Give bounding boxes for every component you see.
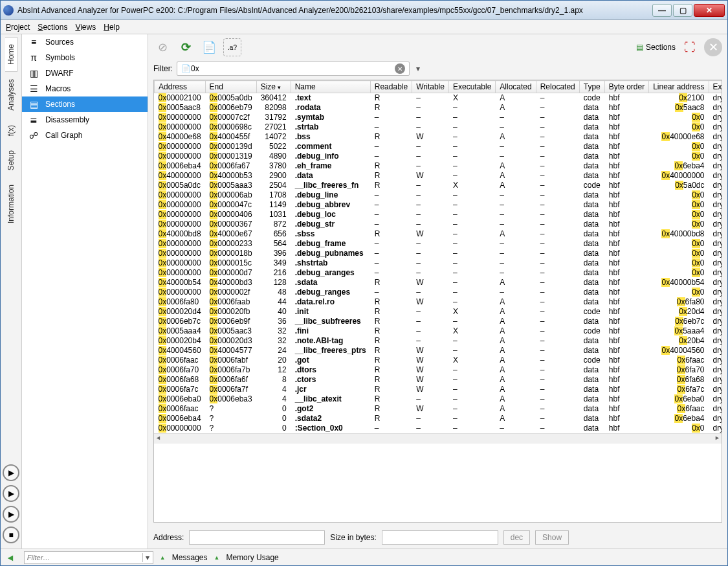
back-icon[interactable]: ◄ — [6, 552, 15, 563]
col-name[interactable]: Name — [291, 81, 370, 93]
stop-button[interactable]: ■ — [3, 526, 19, 543]
add-doc-icon[interactable]: 📄 — [200, 38, 218, 56]
filter-input[interactable] — [191, 64, 392, 73]
col-linear-address[interactable]: Linear address — [649, 81, 709, 93]
table-row[interactable]: 0x0006eba40x0006fa673780.eh_frameR––A–da… — [155, 161, 723, 171]
refresh-icon[interactable]: ⟳ — [177, 38, 195, 56]
col-end[interactable]: End — [205, 81, 256, 93]
size-input[interactable] — [382, 530, 498, 545]
sections-button[interactable]: ▤ Sections — [636, 43, 676, 52]
address-input[interactable] — [189, 530, 325, 545]
tab-information[interactable]: Information — [5, 177, 17, 231]
sidebar-item-dwarf[interactable]: ▥DWARF — [22, 65, 148, 81]
table-row[interactable]: 0x400000000x40000b532900.dataRW–A–datahb… — [155, 171, 723, 181]
h-scrollbar[interactable] — [154, 433, 722, 444]
cell: – — [448, 375, 495, 385]
cell: – — [536, 142, 579, 152]
table-row[interactable]: 0x000000000x000013194890.debug_info–––––… — [155, 152, 723, 161]
play-button-3[interactable]: ▶ — [3, 506, 19, 523]
col-writable[interactable]: Writable — [412, 81, 449, 93]
sections-table-wrap[interactable]: AddressEndSizeNameReadableWritableExecut… — [153, 80, 722, 523]
sidebar-item-sections[interactable]: ▤Sections — [22, 96, 148, 112]
table-row[interactable]: 0x0006fa800x0006faab44.data.rel.roRW–A–d… — [155, 297, 723, 307]
table-row[interactable]: 0x0006faac?0.got2RW–A–datahbf0x6faacdry2… — [155, 404, 723, 414]
table-row[interactable]: 0x000020d40x000020fb40.initR–XA–codehbf0… — [155, 307, 723, 317]
table-row[interactable]: 0x40000bd80x40000e67656.sbssRW–A–datahbf… — [155, 229, 723, 239]
close-button[interactable]: ✕ — [694, 4, 725, 17]
clear-filter-icon[interactable]: ✕ — [395, 63, 405, 74]
dec-button[interactable]: dec — [503, 530, 530, 545]
table-row[interactable]: 0x0005aac80x0006eb7982098.rodataR––A–dat… — [155, 103, 723, 113]
tab-analyses[interactable]: Analyses — [5, 72, 17, 118]
sidebar-item-disassembly[interactable]: ≣Disassembly — [22, 112, 148, 128]
col-executable[interactable]: Executable — [709, 81, 722, 93]
cell: A — [496, 414, 536, 424]
col-readable[interactable]: Readable — [370, 81, 412, 93]
menu-help[interactable]: Help — [104, 23, 120, 32]
close-panel-icon[interactable]: ✕ — [704, 38, 722, 56]
memory-label[interactable]: Memory Usage — [226, 553, 278, 562]
table-row[interactable]: 0x000000000x00000233564.debug_frame–––––… — [155, 239, 723, 249]
table-row[interactable]: 0x0006eba00x0006eba34__libc_atexitR––A–d… — [155, 394, 723, 404]
table-row[interactable]: 0x0006faac0x0006fabf20.gotRWXA–codehbf0x… — [155, 356, 723, 365]
table-row[interactable]: 0x00000000?0:Section_0x0–––––datahbf0x0d… — [155, 424, 723, 433]
col-executable[interactable]: Executable — [448, 81, 495, 93]
cell: R — [370, 365, 412, 375]
maximize-button[interactable]: ▢ — [673, 4, 692, 17]
status-filter-dropdown-icon[interactable]: ▾ — [142, 553, 153, 562]
titlebar[interactable]: AbsInt Advanced Analyzer for PowerPC e20… — [1, 1, 727, 20]
menu-views[interactable]: Views — [75, 23, 96, 32]
tab-home[interactable]: Home — [5, 37, 17, 72]
table-row[interactable]: 0x000000000x000006ab1708.debug_line–––––… — [155, 190, 723, 200]
col-allocated[interactable]: Allocated — [496, 81, 536, 93]
table-row[interactable]: 0x0005aaa40x0005aac332.finiR–XA–codehbf0… — [155, 326, 723, 336]
messages-label[interactable]: Messages — [172, 553, 208, 562]
col-size[interactable]: Size — [256, 81, 291, 93]
table-row[interactable]: 0x000000000x0000002f48.debug_ranges–––––… — [155, 288, 723, 297]
table-row[interactable]: 0x000020b40x000020d332.note.ABI-tagR––A–… — [155, 336, 723, 346]
cell: W — [412, 297, 449, 307]
table-row[interactable]: 0x0005a0dc0x0005aaa32504__libc_freeres_f… — [155, 181, 723, 190]
disable-icon[interactable]: ⊘ — [153, 38, 171, 56]
sidebar-item-sources[interactable]: ≡Sources — [22, 34, 148, 50]
table-row[interactable]: 0x40000e680x4000455f14072.bssRW–A–datahb… — [155, 132, 723, 142]
table-row[interactable]: 0x000000000x00000367872.debug_str–––––da… — [155, 220, 723, 229]
menu-project[interactable]: Project — [6, 23, 30, 32]
show-button[interactable]: Show — [535, 530, 569, 545]
col-relocated[interactable]: Relocated — [536, 81, 579, 93]
play-button-2[interactable]: ▶ — [3, 485, 19, 502]
table-row[interactable]: 0x000000000x00007c2f31792.symtab–––––dat… — [155, 113, 723, 122]
label-icon[interactable]: .a? — [223, 38, 241, 56]
table-row[interactable]: 0x0006fa700x0006fa7b12.dtorsRW–A–datahbf… — [155, 365, 723, 375]
filter-dropdown-icon[interactable]: ▾ — [414, 64, 423, 73]
table-row[interactable]: 0x000000000x000004061031.debug_loc–––––d… — [155, 210, 723, 220]
table-row[interactable]: 0x400045600x4000457724__libc_freeres_ptr… — [155, 346, 723, 356]
sidebar-item-symbols[interactable]: πSymbols — [22, 50, 148, 65]
table-row[interactable]: 0x000000000x0000015c349.shstrtab–––––dat… — [155, 258, 723, 268]
table-row[interactable]: 0x0006eb7c0x0006eb9f36__libc_subfreeresR… — [155, 317, 723, 326]
sidebar-item-call-graph[interactable]: ☍Call Graph — [22, 128, 148, 143]
sidebar-item-macros[interactable]: ☰Macros — [22, 81, 148, 96]
col-address[interactable]: Address — [155, 81, 206, 93]
cell: – — [536, 278, 579, 288]
table-row[interactable]: 0x000000000x0000698c27021.strtab–––––dat… — [155, 122, 723, 132]
play-button-1[interactable]: ▶ — [3, 464, 19, 481]
table-row[interactable]: 0x000000000x0000139d5022.comment–––––dat… — [155, 142, 723, 152]
col-type[interactable]: Type — [579, 81, 604, 93]
tab-setup[interactable]: Setup — [5, 143, 17, 177]
table-row[interactable]: 0x000021000x0005a0db360412.textR–XA–code… — [155, 93, 723, 104]
table-row[interactable]: 0x000000000x0000018b396.debug_pubnames––… — [155, 249, 723, 258]
col-byte-order[interactable]: Byte order — [604, 81, 648, 93]
table-row[interactable]: 0x0006eba4?0.sdata2R––A–datahbf0x6eba4dr… — [155, 414, 723, 424]
status-filter-input[interactable] — [25, 554, 142, 561]
table-row[interactable]: 0x0006fa680x0006fa6f8.ctorsRW–A–datahbf0… — [155, 375, 723, 385]
table-row[interactable]: 0x40000b540x40000bd3128.sdataRW–A–datahb… — [155, 278, 723, 288]
cell: R — [370, 375, 412, 385]
table-row[interactable]: 0x0006fa7c0x0006fa7f4.jcrRW–A–datahbf0x6… — [155, 385, 723, 394]
minimize-button[interactable]: — — [652, 4, 672, 17]
fullscreen-icon[interactable]: ⛶ — [681, 38, 699, 56]
menu-sections[interactable]: Sections — [38, 23, 67, 32]
tab-fx[interactable]: f(x) — [5, 118, 17, 143]
table-row[interactable]: 0x000000000x0000047c1149.debug_abbrev–––… — [155, 200, 723, 210]
table-row[interactable]: 0x000000000x000000d7216.debug_aranges–––… — [155, 268, 723, 278]
